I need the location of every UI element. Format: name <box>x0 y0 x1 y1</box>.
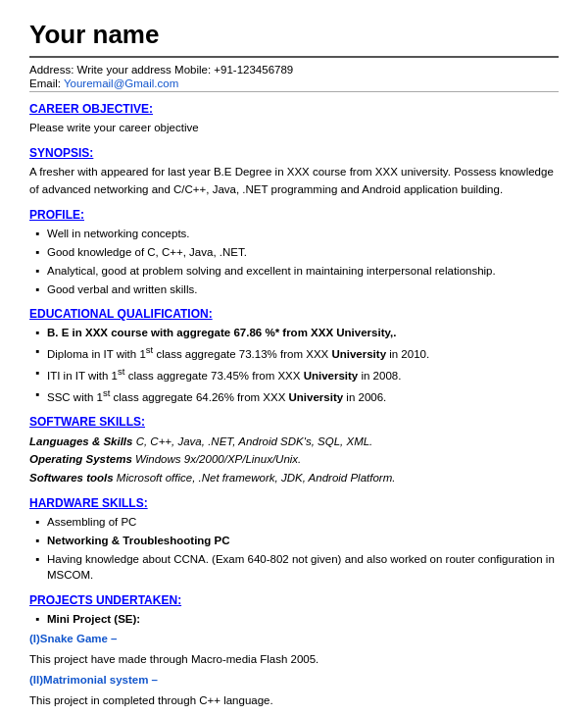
project1-desc: This project have made through Macro-med… <box>29 651 559 668</box>
page-title: Your name <box>29 20 559 50</box>
profile-heading: PROFILE: <box>29 208 559 222</box>
software-skills-heading: SOFTWARE SKILLS: <box>29 415 559 429</box>
list-item: Good verbal and written skills. <box>39 281 559 297</box>
list-item: SSC with 1st class aggregate 64.26% from… <box>39 386 559 405</box>
email-line: Email: Youremail@Gmail.com <box>29 77 559 89</box>
address-line: Address: Write your address Mobile: +91-… <box>29 64 559 76</box>
profile-list: Well in networking concepts. Good knowle… <box>29 226 559 297</box>
list-item: Diploma in IT with 1st class aggregate 7… <box>39 343 559 362</box>
list-item: Good knowledge of C, C++, Java, .NET. <box>39 244 559 260</box>
list-item: Mini Project (SE): <box>39 611 559 627</box>
mini-project-se-label: Mini Project (SE): <box>47 613 140 625</box>
project1-link-line: (I)Snake Game – <box>29 631 559 647</box>
project2-link-line: (II)Matrimonial system – <box>29 672 559 689</box>
list-item: B. E in XXX course with aggregate 67.86 … <box>39 325 559 340</box>
career-objective-text: Please write your career objective <box>29 120 559 136</box>
software-skills-languages: Languages & Skills C, C++, Java, .NET, A… <box>29 433 559 450</box>
divider-thick <box>29 56 559 58</box>
synopsis-text: A fresher with appeared for last year B.… <box>29 164 559 198</box>
software-skills-tools: Softwares tools Microsoft office, .Net f… <box>29 469 559 486</box>
list-item: Assembling of PC <box>39 514 559 530</box>
career-objective-heading: CAREER OBJECTIVE: <box>29 102 559 116</box>
divider-thin <box>29 91 559 92</box>
projects-heading: PROJECTS UNDERTAKEN: <box>29 593 559 607</box>
matrimonial-link[interactable]: (II)Matrimonial system – <box>29 674 158 686</box>
list-item: ITI in IT with 1st class aggregate 73.45… <box>39 365 559 384</box>
list-item: Having knowledge about CCNA. (Exam 640-8… <box>39 551 559 583</box>
snake-game-link[interactable]: (I)Snake Game – <box>29 633 117 644</box>
education-list: B. E in XXX course with aggregate 67.86 … <box>29 325 559 405</box>
software-skills-os: Operating Systems Windows 9x/2000/XP/Lin… <box>29 450 559 468</box>
hardware-skills-heading: HARDWARE SKILLS: <box>29 496 559 510</box>
hardware-skills-list: Assembling of PC Networking & Troublesho… <box>29 514 559 583</box>
education-heading: EDUCATIONAL QUALIFICATION: <box>29 307 559 321</box>
list-item: Networking & Troubleshooting PC <box>39 533 559 548</box>
project2-desc: This project in completed through C++ la… <box>29 692 559 709</box>
projects-list: Mini Project (SE): <box>29 611 559 627</box>
synopsis-heading: SYNOPSIS: <box>29 146 559 160</box>
resume-page: Your name Address: Write your address Mo… <box>0 0 588 716</box>
email-link[interactable]: Youremail@Gmail.com <box>64 77 178 89</box>
list-item: Well in networking concepts. <box>39 226 559 241</box>
list-item: Analytical, good at problem solving and … <box>39 263 559 279</box>
